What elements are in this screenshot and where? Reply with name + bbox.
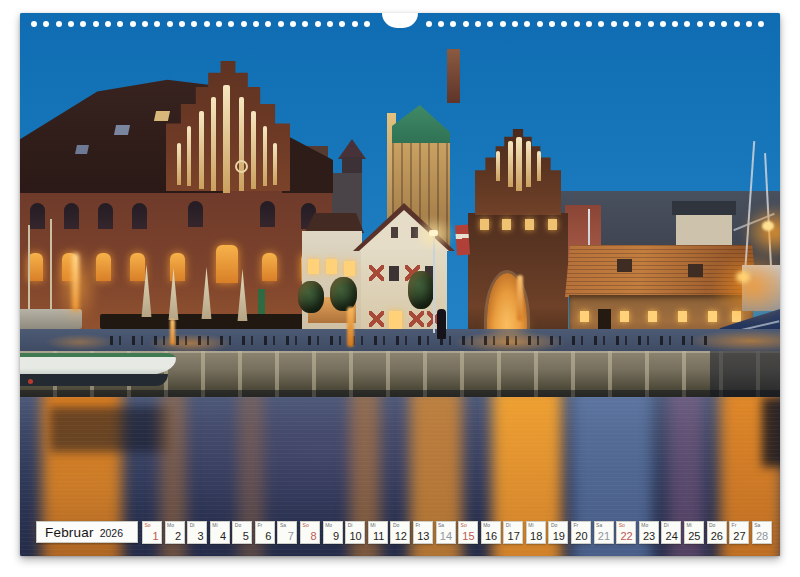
street-lamp-head [736, 271, 750, 283]
wassertor-window [525, 219, 534, 230]
gable-niche [211, 97, 216, 191]
day-number: 7 [288, 531, 294, 542]
right-building-window [580, 311, 589, 322]
chimney [447, 49, 460, 103]
binding-hole [487, 21, 493, 27]
binding-hole [450, 21, 456, 27]
day-number: 16 [485, 531, 497, 542]
calendar-day-cell: Mi11 [368, 521, 388, 544]
day-weekday-label: Mo [325, 523, 332, 528]
flag [455, 225, 470, 256]
calendar-day-cell: Fr20 [571, 521, 591, 544]
binding-hole [660, 21, 666, 27]
right-building-window [708, 311, 717, 322]
binding-hole [500, 21, 506, 27]
warehouse-window [30, 203, 45, 229]
binding-hole [512, 21, 518, 27]
calendar-day-cell: So22 [616, 521, 636, 544]
day-weekday-label: Mi [370, 523, 375, 528]
day-number: 18 [530, 531, 542, 542]
day-weekday-label: Mo [641, 523, 648, 528]
binding-hole [611, 21, 617, 27]
calendar-day-cell: Di10 [345, 521, 365, 544]
day-weekday-label: Mi [686, 523, 691, 528]
binding-hole [154, 21, 160, 27]
binding-hole [648, 21, 654, 27]
timber-x-decoration [409, 311, 424, 327]
binding-hole [31, 21, 37, 27]
binding-hole [241, 21, 247, 27]
binding-hole [80, 21, 86, 27]
binding-hole [204, 21, 210, 27]
binding-hole [56, 21, 62, 27]
gable-window [391, 227, 398, 238]
day-weekday-label: Mi [528, 523, 533, 528]
calendar-day-cell: Sa14 [436, 521, 456, 544]
wassertor-niche [508, 141, 513, 187]
calendar-day-cell: Do19 [548, 521, 568, 544]
binding-hole [561, 21, 567, 27]
binding-hole [179, 21, 185, 27]
day-number: 10 [349, 531, 361, 542]
calendar-day-cell: Do26 [707, 521, 727, 544]
binding-hole [327, 21, 333, 27]
binding-hole [191, 21, 197, 27]
street-lamp-head [762, 221, 774, 231]
binding-hole [352, 21, 358, 27]
binding-hole [43, 21, 49, 27]
red-buoy [28, 379, 33, 384]
timber-x-decoration [369, 311, 384, 327]
wassertor-niche [537, 151, 541, 181]
right-building-window [648, 311, 657, 322]
day-weekday-label: Di [664, 523, 669, 528]
day-weekday-label: Sa [280, 523, 286, 528]
white-boat-waterline [20, 374, 168, 386]
binding-hole [105, 21, 111, 27]
warehouse-window [98, 203, 113, 229]
warehouse-window [64, 203, 79, 229]
day-weekday-label: Fr [415, 523, 420, 528]
day-number: 22 [620, 531, 632, 542]
binding-hole [315, 21, 321, 27]
roof-dormer [617, 259, 632, 272]
binding-hole [635, 21, 641, 27]
gable-niche [199, 111, 204, 189]
roof-dormer [688, 264, 703, 277]
binding-hole [438, 21, 444, 27]
calendar-day-cell: Mo2 [165, 521, 185, 544]
day-number: 24 [666, 531, 678, 542]
binding-hole [574, 21, 580, 27]
gable-niche [251, 111, 256, 189]
day-weekday-label: Do [393, 523, 399, 528]
calendar-day-cell: Fr27 [729, 521, 749, 544]
day-number: 1 [152, 531, 158, 542]
tree [408, 271, 434, 309]
day-number: 19 [553, 531, 565, 542]
calendar-day-cell: Fr6 [255, 521, 275, 544]
binding-hole [253, 21, 259, 27]
calendar-day-cell: Mi4 [210, 521, 230, 544]
day-weekday-label: Do [235, 523, 241, 528]
day-weekday-label: Sa [438, 523, 444, 528]
calendar-day-cell: Sa28 [752, 521, 772, 544]
binding-hole [758, 21, 764, 27]
day-weekday-label: So [461, 523, 467, 528]
binding-hole [302, 21, 308, 27]
calendar-day-cell: Mo9 [323, 521, 343, 544]
warehouse-window [132, 203, 147, 229]
bollard-light [170, 319, 175, 345]
day-weekday-label: So [145, 523, 151, 528]
day-number: 5 [243, 531, 249, 542]
street-lamp-head [429, 230, 438, 236]
day-weekday-label: Do [709, 523, 715, 528]
person-silhouette [437, 309, 446, 339]
day-number: 14 [440, 531, 452, 542]
day-weekday-label: So [619, 523, 625, 528]
binding-hole [142, 21, 148, 27]
roof-skylight [154, 111, 170, 121]
promenade-furniture [110, 336, 710, 345]
binding-hole [68, 21, 74, 27]
day-number: 4 [220, 531, 226, 542]
wassertor-niche [526, 141, 531, 187]
day-number: 27 [733, 531, 745, 542]
